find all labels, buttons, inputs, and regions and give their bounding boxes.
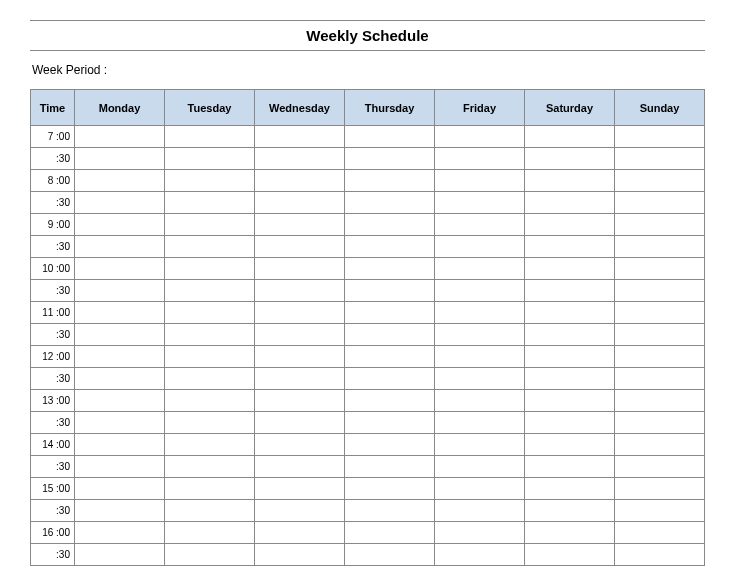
schedule-cell[interactable]	[435, 522, 525, 544]
schedule-cell[interactable]	[525, 302, 615, 324]
schedule-cell[interactable]	[345, 192, 435, 214]
schedule-cell[interactable]	[75, 456, 165, 478]
schedule-cell[interactable]	[255, 434, 345, 456]
schedule-cell[interactable]	[165, 544, 255, 566]
schedule-cell[interactable]	[345, 346, 435, 368]
schedule-cell[interactable]	[615, 544, 705, 566]
schedule-cell[interactable]	[165, 148, 255, 170]
schedule-cell[interactable]	[615, 126, 705, 148]
schedule-cell[interactable]	[615, 280, 705, 302]
schedule-cell[interactable]	[345, 280, 435, 302]
schedule-cell[interactable]	[435, 412, 525, 434]
schedule-cell[interactable]	[75, 280, 165, 302]
schedule-cell[interactable]	[435, 126, 525, 148]
schedule-cell[interactable]	[435, 170, 525, 192]
schedule-cell[interactable]	[255, 478, 345, 500]
schedule-cell[interactable]	[525, 456, 615, 478]
schedule-cell[interactable]	[525, 478, 615, 500]
schedule-cell[interactable]	[255, 170, 345, 192]
schedule-cell[interactable]	[435, 192, 525, 214]
schedule-cell[interactable]	[525, 522, 615, 544]
schedule-cell[interactable]	[525, 434, 615, 456]
schedule-cell[interactable]	[615, 522, 705, 544]
schedule-cell[interactable]	[165, 434, 255, 456]
schedule-cell[interactable]	[75, 324, 165, 346]
schedule-cell[interactable]	[165, 302, 255, 324]
schedule-cell[interactable]	[345, 368, 435, 390]
schedule-cell[interactable]	[75, 346, 165, 368]
schedule-cell[interactable]	[525, 258, 615, 280]
schedule-cell[interactable]	[615, 346, 705, 368]
schedule-cell[interactable]	[75, 434, 165, 456]
schedule-cell[interactable]	[75, 170, 165, 192]
schedule-cell[interactable]	[435, 214, 525, 236]
schedule-cell[interactable]	[255, 500, 345, 522]
schedule-cell[interactable]	[345, 434, 435, 456]
schedule-cell[interactable]	[435, 236, 525, 258]
schedule-cell[interactable]	[255, 236, 345, 258]
schedule-cell[interactable]	[615, 478, 705, 500]
schedule-cell[interactable]	[345, 500, 435, 522]
schedule-cell[interactable]	[255, 412, 345, 434]
schedule-cell[interactable]	[615, 324, 705, 346]
schedule-cell[interactable]	[525, 346, 615, 368]
schedule-cell[interactable]	[165, 192, 255, 214]
schedule-cell[interactable]	[615, 236, 705, 258]
schedule-cell[interactable]	[615, 148, 705, 170]
schedule-cell[interactable]	[165, 214, 255, 236]
schedule-cell[interactable]	[165, 390, 255, 412]
schedule-cell[interactable]	[75, 192, 165, 214]
schedule-cell[interactable]	[345, 478, 435, 500]
schedule-cell[interactable]	[525, 214, 615, 236]
schedule-cell[interactable]	[615, 192, 705, 214]
schedule-cell[interactable]	[525, 368, 615, 390]
schedule-cell[interactable]	[345, 148, 435, 170]
schedule-cell[interactable]	[435, 258, 525, 280]
schedule-cell[interactable]	[615, 412, 705, 434]
schedule-cell[interactable]	[525, 280, 615, 302]
schedule-cell[interactable]	[345, 236, 435, 258]
schedule-cell[interactable]	[75, 258, 165, 280]
schedule-cell[interactable]	[255, 522, 345, 544]
schedule-cell[interactable]	[255, 280, 345, 302]
schedule-cell[interactable]	[435, 390, 525, 412]
schedule-cell[interactable]	[165, 236, 255, 258]
schedule-cell[interactable]	[255, 324, 345, 346]
schedule-cell[interactable]	[165, 170, 255, 192]
schedule-cell[interactable]	[165, 456, 255, 478]
schedule-cell[interactable]	[165, 368, 255, 390]
schedule-cell[interactable]	[345, 412, 435, 434]
schedule-cell[interactable]	[75, 214, 165, 236]
schedule-cell[interactable]	[75, 390, 165, 412]
schedule-cell[interactable]	[435, 324, 525, 346]
schedule-cell[interactable]	[435, 302, 525, 324]
schedule-cell[interactable]	[615, 368, 705, 390]
schedule-cell[interactable]	[615, 390, 705, 412]
schedule-cell[interactable]	[345, 544, 435, 566]
schedule-cell[interactable]	[255, 544, 345, 566]
schedule-cell[interactable]	[615, 170, 705, 192]
schedule-cell[interactable]	[255, 302, 345, 324]
schedule-cell[interactable]	[165, 500, 255, 522]
schedule-cell[interactable]	[165, 280, 255, 302]
schedule-cell[interactable]	[75, 412, 165, 434]
schedule-cell[interactable]	[435, 500, 525, 522]
schedule-cell[interactable]	[255, 126, 345, 148]
schedule-cell[interactable]	[75, 148, 165, 170]
schedule-cell[interactable]	[525, 236, 615, 258]
schedule-cell[interactable]	[435, 148, 525, 170]
schedule-cell[interactable]	[435, 544, 525, 566]
schedule-cell[interactable]	[255, 258, 345, 280]
schedule-cell[interactable]	[615, 456, 705, 478]
schedule-cell[interactable]	[255, 214, 345, 236]
schedule-cell[interactable]	[165, 522, 255, 544]
schedule-cell[interactable]	[75, 478, 165, 500]
schedule-cell[interactable]	[255, 368, 345, 390]
schedule-cell[interactable]	[165, 478, 255, 500]
schedule-cell[interactable]	[525, 390, 615, 412]
schedule-cell[interactable]	[255, 456, 345, 478]
schedule-cell[interactable]	[435, 478, 525, 500]
schedule-cell[interactable]	[165, 412, 255, 434]
schedule-cell[interactable]	[435, 280, 525, 302]
schedule-cell[interactable]	[615, 214, 705, 236]
